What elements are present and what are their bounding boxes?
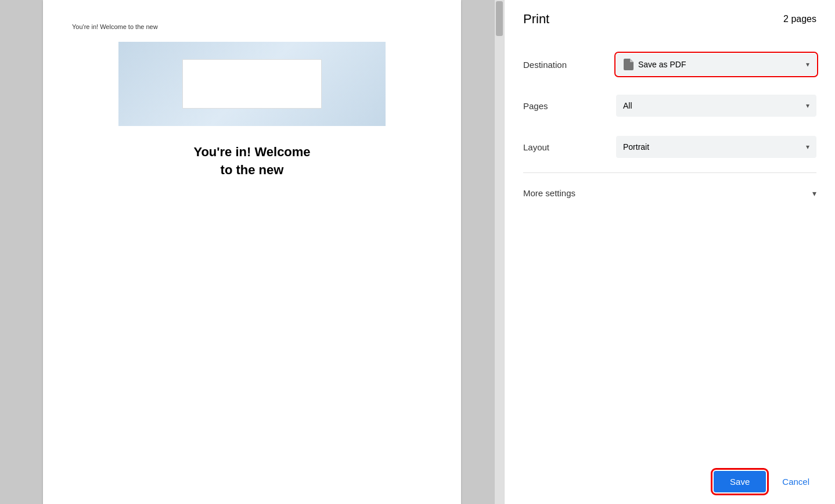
scrollbar-thumb[interactable]	[496, 1, 503, 36]
layout-chevron-icon: ▾	[806, 143, 809, 151]
layout-row: Layout Portrait ▾	[523, 127, 816, 168]
print-panel-header: Print 2 pages	[505, 0, 835, 38]
layout-dropdown[interactable]: Portrait ▾	[616, 136, 816, 158]
scrollbar-track[interactable]	[495, 0, 504, 504]
destination-chevron-icon: ▾	[806, 60, 809, 69]
pages-control: All ▾	[616, 95, 816, 117]
destination-value: Save as PDF	[638, 60, 686, 69]
destination-dropdown[interactable]: Save as PDF ▾	[616, 53, 816, 75]
cancel-button[interactable]: Cancel	[775, 471, 816, 492]
preview-image-inner	[182, 59, 322, 109]
print-panel-footer: Save Cancel	[505, 459, 835, 504]
preview-title: You're in! Welcome to the new	[72, 143, 432, 179]
print-title: Print	[523, 12, 549, 27]
preview-header-text: You're in! Welcome to the new	[72, 23, 432, 30]
pages-row: Pages All ▾	[523, 85, 816, 127]
page-preview: You're in! Welcome to the new You're in!…	[43, 0, 461, 504]
more-settings-chevron-icon: ▾	[812, 189, 816, 198]
print-panel: Print 2 pages Destination Save as PDF	[504, 0, 835, 504]
preview-image	[118, 42, 386, 126]
preview-wrapper: You're in! Welcome to the new You're in!…	[0, 0, 504, 504]
destination-control: Save as PDF ▾	[616, 53, 816, 75]
more-settings-label: More settings	[523, 188, 575, 198]
pdf-icon	[623, 59, 634, 70]
layout-value: Portrait	[623, 142, 649, 152]
destination-label: Destination	[523, 60, 616, 70]
layout-label: Layout	[523, 142, 616, 152]
pages-dropdown[interactable]: All ▾	[616, 95, 816, 117]
settings-divider	[523, 172, 816, 173]
pages-label: Pages	[523, 101, 616, 111]
destination-dropdown-icon: Save as PDF	[623, 59, 686, 70]
save-button[interactable]: Save	[714, 471, 766, 492]
print-settings: Destination Save as PDF ▾	[505, 38, 835, 459]
pages-value: All	[623, 101, 632, 110]
preview-area: You're in! Welcome to the new You're in!…	[0, 0, 504, 504]
more-settings-row[interactable]: More settings ▾	[523, 178, 816, 208]
pages-count: 2 pages	[783, 14, 816, 24]
layout-control: Portrait ▾	[616, 136, 816, 158]
destination-row: Destination Save as PDF ▾	[523, 44, 816, 85]
pages-chevron-icon: ▾	[806, 102, 809, 110]
